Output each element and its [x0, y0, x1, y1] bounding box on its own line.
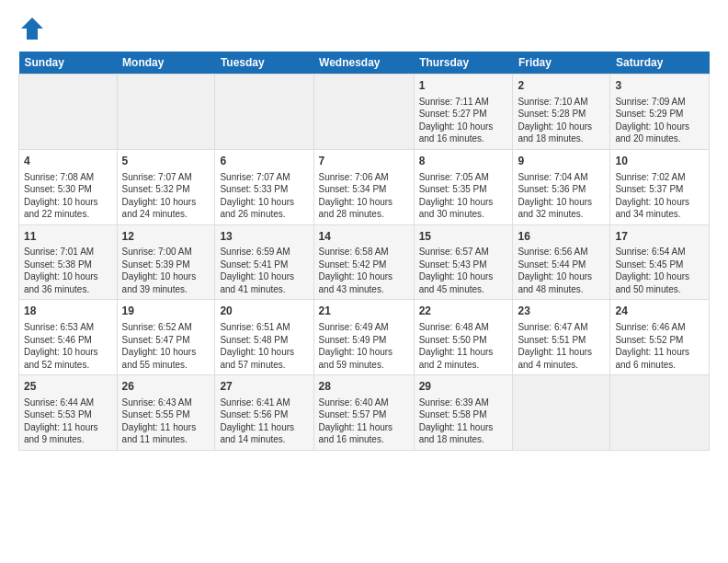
week-row-3: 11Sunrise: 7:01 AM Sunset: 5:38 PM Dayli…	[19, 224, 710, 300]
day-number: 22	[419, 304, 508, 319]
day-info: Sunrise: 7:11 AM Sunset: 5:27 PM Dayligh…	[419, 96, 508, 145]
day-info: Sunrise: 7:08 AM Sunset: 5:30 PM Dayligh…	[24, 171, 112, 221]
calendar-cell: 12Sunrise: 7:00 AM Sunset: 5:39 PM Dayli…	[117, 224, 215, 300]
day-number: 14	[319, 229, 409, 245]
day-number: 29	[419, 379, 508, 395]
day-info: Sunrise: 7:09 AM Sunset: 5:29 PM Dayligh…	[615, 96, 704, 145]
day-number: 19	[122, 304, 210, 319]
calendar-table: SundayMondayTuesdayWednesdayThursdayFrid…	[18, 52, 710, 451]
day-info: Sunrise: 6:48 AM Sunset: 5:50 PM Dayligh…	[419, 321, 508, 371]
day-number: 18	[24, 304, 112, 319]
week-row-4: 18Sunrise: 6:53 AM Sunset: 5:46 PM Dayli…	[19, 300, 710, 375]
week-row-5: 25Sunrise: 6:44 AM Sunset: 5:53 PM Dayli…	[19, 375, 710, 451]
calendar-cell: 10Sunrise: 7:02 AM Sunset: 5:37 PM Dayli…	[610, 149, 710, 224]
calendar-cell: 2Sunrise: 7:10 AM Sunset: 5:28 PM Daylig…	[513, 75, 610, 150]
week-row-1: 1Sunrise: 7:11 AM Sunset: 5:27 PM Daylig…	[19, 75, 710, 150]
calendar-cell: 23Sunrise: 6:47 AM Sunset: 5:51 PM Dayli…	[513, 300, 610, 375]
day-number: 9	[518, 154, 605, 169]
day-info: Sunrise: 6:39 AM Sunset: 5:58 PM Dayligh…	[419, 396, 508, 446]
day-number: 21	[319, 304, 409, 319]
day-number: 10	[615, 154, 704, 169]
calendar-cell: 1Sunrise: 7:11 AM Sunset: 5:27 PM Daylig…	[414, 75, 513, 150]
calendar-cell: 28Sunrise: 6:40 AM Sunset: 5:57 PM Dayli…	[313, 375, 414, 451]
day-number: 12	[122, 229, 210, 245]
day-info: Sunrise: 6:43 AM Sunset: 5:55 PM Dayligh…	[122, 396, 210, 446]
day-info: Sunrise: 6:53 AM Sunset: 5:46 PM Dayligh…	[24, 321, 112, 371]
calendar-cell: 25Sunrise: 6:44 AM Sunset: 5:53 PM Dayli…	[19, 375, 118, 451]
calendar-cell: 14Sunrise: 6:58 AM Sunset: 5:42 PM Dayli…	[313, 224, 414, 300]
calendar-cell: 4Sunrise: 7:08 AM Sunset: 5:30 PM Daylig…	[19, 149, 118, 224]
day-info: Sunrise: 6:54 AM Sunset: 5:45 PM Dayligh…	[615, 246, 704, 295]
calendar-cell	[19, 75, 118, 150]
day-info: Sunrise: 6:56 AM Sunset: 5:44 PM Dayligh…	[518, 246, 605, 295]
calendar-cell: 27Sunrise: 6:41 AM Sunset: 5:56 PM Dayli…	[215, 375, 313, 451]
calendar-cell	[215, 75, 313, 150]
day-number: 6	[220, 154, 308, 169]
day-number: 1	[419, 78, 508, 94]
day-number: 27	[220, 379, 308, 395]
calendar-cell: 5Sunrise: 7:07 AM Sunset: 5:32 PM Daylig…	[117, 149, 215, 224]
calendar-cell: 26Sunrise: 6:43 AM Sunset: 5:55 PM Dayli…	[117, 375, 215, 451]
calendar-cell: 7Sunrise: 7:06 AM Sunset: 5:34 PM Daylig…	[313, 149, 414, 224]
header	[18, 15, 710, 42]
calendar-cell: 22Sunrise: 6:48 AM Sunset: 5:50 PM Dayli…	[414, 300, 513, 375]
day-info: Sunrise: 7:07 AM Sunset: 5:33 PM Dayligh…	[220, 171, 308, 221]
calendar-cell: 9Sunrise: 7:04 AM Sunset: 5:36 PM Daylig…	[513, 149, 610, 224]
svg-marker-0	[21, 17, 43, 40]
col-header-thursday: Thursday	[414, 52, 513, 75]
calendar-cell: 11Sunrise: 7:01 AM Sunset: 5:38 PM Dayli…	[19, 224, 118, 300]
page: SundayMondayTuesdayWednesdayThursdayFrid…	[0, 0, 728, 460]
col-header-monday: Monday	[117, 52, 215, 75]
calendar-cell: 20Sunrise: 6:51 AM Sunset: 5:48 PM Dayli…	[215, 300, 313, 375]
calendar-cell	[513, 375, 610, 451]
col-header-wednesday: Wednesday	[313, 52, 414, 75]
day-number: 2	[518, 78, 605, 94]
day-info: Sunrise: 6:58 AM Sunset: 5:42 PM Dayligh…	[319, 246, 409, 295]
calendar-cell: 16Sunrise: 6:56 AM Sunset: 5:44 PM Dayli…	[513, 224, 610, 300]
day-info: Sunrise: 7:10 AM Sunset: 5:28 PM Dayligh…	[518, 96, 605, 145]
day-info: Sunrise: 6:47 AM Sunset: 5:51 PM Dayligh…	[518, 321, 605, 371]
calendar-cell: 3Sunrise: 7:09 AM Sunset: 5:29 PM Daylig…	[610, 75, 710, 150]
day-number: 15	[419, 229, 508, 245]
day-info: Sunrise: 7:00 AM Sunset: 5:39 PM Dayligh…	[122, 246, 210, 295]
day-number: 28	[319, 379, 409, 395]
day-number: 11	[24, 229, 112, 245]
col-header-friday: Friday	[513, 52, 610, 75]
day-info: Sunrise: 6:44 AM Sunset: 5:53 PM Dayligh…	[24, 396, 112, 446]
day-number: 13	[220, 229, 308, 245]
calendar-cell: 29Sunrise: 6:39 AM Sunset: 5:58 PM Dayli…	[414, 375, 513, 451]
day-number: 7	[319, 154, 409, 169]
calendar-cell	[610, 375, 710, 451]
day-number: 4	[24, 154, 112, 169]
day-number: 23	[518, 304, 605, 319]
col-header-sunday: Sunday	[19, 52, 118, 75]
col-header-saturday: Saturday	[610, 52, 710, 75]
day-info: Sunrise: 6:52 AM Sunset: 5:47 PM Dayligh…	[122, 321, 210, 371]
day-info: Sunrise: 6:51 AM Sunset: 5:48 PM Dayligh…	[220, 321, 308, 371]
calendar-cell: 8Sunrise: 7:05 AM Sunset: 5:35 PM Daylig…	[414, 149, 513, 224]
day-number: 5	[122, 154, 210, 169]
day-info: Sunrise: 6:49 AM Sunset: 5:49 PM Dayligh…	[319, 321, 409, 371]
day-number: 8	[419, 154, 508, 169]
calendar-cell	[313, 75, 414, 150]
day-info: Sunrise: 7:06 AM Sunset: 5:34 PM Dayligh…	[319, 171, 409, 221]
day-number: 26	[122, 379, 210, 395]
day-number: 20	[220, 304, 308, 319]
calendar-cell: 18Sunrise: 6:53 AM Sunset: 5:46 PM Dayli…	[19, 300, 118, 375]
day-info: Sunrise: 7:02 AM Sunset: 5:37 PM Dayligh…	[615, 171, 704, 221]
logo	[18, 15, 48, 42]
day-info: Sunrise: 7:05 AM Sunset: 5:35 PM Dayligh…	[419, 171, 508, 221]
day-number: 24	[615, 304, 704, 319]
day-info: Sunrise: 7:07 AM Sunset: 5:32 PM Dayligh…	[122, 171, 210, 221]
week-row-2: 4Sunrise: 7:08 AM Sunset: 5:30 PM Daylig…	[19, 149, 710, 224]
calendar-cell	[117, 75, 215, 150]
header-row: SundayMondayTuesdayWednesdayThursdayFrid…	[19, 52, 710, 75]
day-info: Sunrise: 6:59 AM Sunset: 5:41 PM Dayligh…	[220, 246, 308, 295]
calendar-cell: 21Sunrise: 6:49 AM Sunset: 5:49 PM Dayli…	[313, 300, 414, 375]
day-info: Sunrise: 6:46 AM Sunset: 5:52 PM Dayligh…	[615, 321, 704, 371]
day-info: Sunrise: 6:57 AM Sunset: 5:43 PM Dayligh…	[419, 246, 508, 295]
day-info: Sunrise: 7:04 AM Sunset: 5:36 PM Dayligh…	[518, 171, 605, 221]
day-number: 16	[518, 229, 605, 245]
day-info: Sunrise: 6:41 AM Sunset: 5:56 PM Dayligh…	[220, 396, 308, 446]
calendar-cell: 19Sunrise: 6:52 AM Sunset: 5:47 PM Dayli…	[117, 300, 215, 375]
